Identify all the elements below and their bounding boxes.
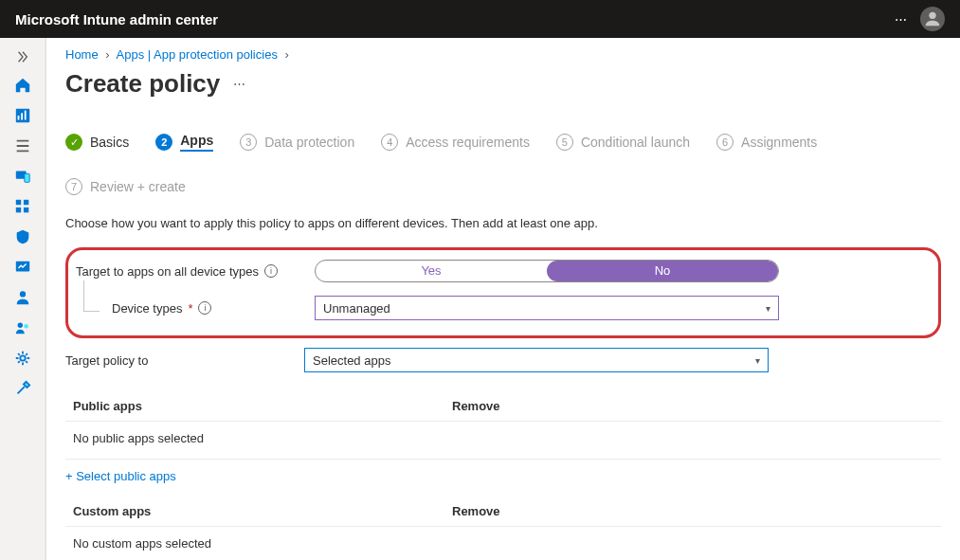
svg-point-13 [17, 323, 22, 328]
breadcrumb-sep: › [285, 47, 289, 62]
info-icon[interactable]: i [264, 264, 278, 278]
step-conditional-launch[interactable]: 5 Conditional launch [556, 134, 690, 151]
user-icon [14, 289, 31, 306]
hint-text: Choose how you want to apply this policy… [65, 216, 941, 230]
toggle-yes[interactable]: Yes [316, 261, 547, 281]
select-public-apps-link[interactable]: + Select public apps [65, 460, 176, 487]
topbar: Microsoft Intune admin center ⋯ [0, 0, 960, 38]
svg-rect-8 [23, 200, 27, 205]
target-all-label: Target to apps on all device types [76, 264, 259, 279]
target-all-toggle[interactable]: Yes No [315, 260, 779, 282]
sidebar-item-dashboard[interactable] [0, 100, 45, 131]
page-title-more-button[interactable]: ⋯ [233, 77, 247, 91]
sidebar-item-troubleshooting[interactable] [0, 373, 45, 404]
shield-icon [14, 228, 31, 245]
svg-rect-7 [15, 200, 20, 205]
target-policy-value: Selected apps [313, 353, 390, 368]
sidebar-item-tenant[interactable] [0, 343, 45, 373]
custom-apps-header: Custom apps Remove [65, 495, 941, 527]
sidebar [0, 38, 45, 560]
sidebar-item-groups[interactable] [0, 313, 45, 343]
page-title: Create policy [65, 69, 220, 99]
step-review-create[interactable]: 7 Review + create [65, 178, 186, 195]
topbar-title: Microsoft Intune admin center [15, 11, 895, 27]
svg-point-12 [19, 291, 25, 297]
groups-icon [14, 319, 31, 336]
device-types-value: Unmanaged [323, 301, 390, 316]
public-apps-col: Public apps [73, 399, 452, 413]
user-icon [922, 9, 943, 29]
sidebar-item-all-services[interactable] [0, 131, 45, 161]
step-data-protection[interactable]: 3 Data protection [240, 134, 354, 151]
remove-col: Remove [452, 399, 941, 413]
step-apps[interactable]: 2 Apps [155, 133, 213, 152]
info-icon[interactable]: i [198, 301, 211, 315]
breadcrumb-apps[interactable]: Apps | App protection policies [117, 47, 278, 62]
dashboard-icon [14, 107, 31, 124]
sidebar-item-apps[interactable] [0, 191, 45, 222]
step-access-requirements[interactable]: 4 Access requirements [381, 134, 530, 151]
tools-icon [14, 380, 31, 397]
sidebar-expand-button[interactable] [0, 44, 45, 70]
sidebar-item-devices[interactable] [0, 161, 45, 191]
topbar-more-button[interactable]: ⋯ [895, 12, 909, 27]
breadcrumb-home[interactable]: Home [65, 47, 99, 62]
custom-apps-col: Custom apps [73, 504, 452, 518]
devices-icon [14, 168, 31, 185]
svg-rect-10 [23, 208, 27, 212]
step-basics[interactable]: ✓ Basics [65, 134, 129, 151]
chevron-down-icon: ▾ [755, 355, 760, 366]
sidebar-item-endpoint-security[interactable] [0, 222, 45, 252]
sidebar-item-reports[interactable] [0, 252, 45, 282]
svg-point-15 [20, 355, 25, 360]
svg-rect-4 [24, 111, 26, 120]
user-avatar[interactable] [920, 7, 945, 31]
target-policy-select[interactable]: Selected apps ▾ [304, 348, 769, 372]
chevron-double-right-icon [16, 50, 29, 63]
wizard-steps: ✓ Basics 2 Apps 3 Data protection 4 Acce… [65, 133, 941, 195]
check-icon: ✓ [65, 134, 82, 151]
highlight-box: Target to apps on all device types i Yes… [65, 247, 941, 338]
reports-icon [14, 259, 31, 276]
apps-icon [14, 198, 31, 215]
svg-rect-9 [15, 208, 20, 212]
svg-rect-6 [24, 173, 28, 182]
breadcrumb-sep: › [105, 47, 109, 62]
home-icon [14, 77, 31, 94]
public-apps-empty: No public apps selected [65, 422, 941, 460]
svg-point-0 [929, 12, 935, 19]
device-types-label: Device types [112, 301, 182, 316]
chevron-down-icon: ▾ [766, 303, 770, 314]
breadcrumb: Home › Apps | App protection policies › [65, 47, 941, 62]
svg-rect-3 [21, 113, 23, 119]
device-types-select[interactable]: Unmanaged ▾ [315, 296, 779, 320]
step-assignments[interactable]: 6 Assignments [716, 134, 817, 151]
gear-icon [14, 350, 31, 367]
sidebar-item-home[interactable] [0, 70, 45, 100]
list-icon [14, 137, 31, 154]
public-apps-header: Public apps Remove [65, 389, 941, 422]
svg-point-14 [24, 324, 28, 329]
main-content: Home › Apps | App protection policies › … [45, 38, 960, 560]
custom-apps-empty: No custom apps selected [65, 527, 941, 560]
svg-rect-2 [17, 116, 19, 120]
remove-col: Remove [452, 504, 941, 518]
required-marker: * [188, 301, 192, 316]
toggle-no[interactable]: No [547, 261, 778, 281]
sidebar-item-users[interactable] [0, 282, 45, 313]
target-policy-label: Target policy to [65, 353, 148, 368]
